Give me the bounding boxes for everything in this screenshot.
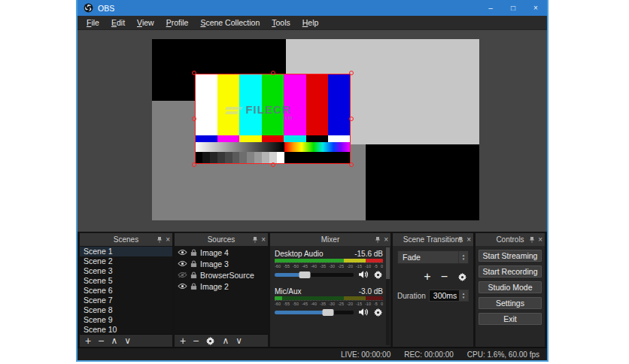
scene-list-item[interactable]: Scene 10 <box>80 325 172 334</box>
scene-list-item[interactable]: Scene 2 <box>80 256 172 266</box>
statusbar: LIVE: 00:00:00 REC: 00:00:00 CPU: 1.6%, … <box>77 347 547 360</box>
move-scene-down-button[interactable]: ∨ <box>124 336 131 345</box>
visibility-eye-icon[interactable] <box>178 283 187 290</box>
scrollbar-thumb[interactable] <box>386 247 390 279</box>
add-source-button[interactable]: + <box>180 336 186 345</box>
pin-icon[interactable] <box>375 237 381 243</box>
selected-source-color-bars[interactable]: FILECR .com <box>195 74 351 164</box>
remove-transition-button[interactable]: − <box>441 271 448 283</box>
transitions-dock: Scene Transitions × Fade ▴ ▾ + − <box>393 233 473 347</box>
combo-spinner[interactable]: ▴ ▾ <box>458 251 468 263</box>
watermark-text: FILECR <box>245 104 290 115</box>
menu-scene-collection[interactable]: Scene Collection <box>194 18 266 27</box>
transitions-dock-header[interactable]: Scene Transitions × <box>393 233 473 246</box>
pin-icon[interactable] <box>156 237 163 243</box>
move-source-up-button[interactable]: ∧ <box>222 336 229 345</box>
minimize-button[interactable]: – <box>479 0 502 16</box>
speaker-icon[interactable] <box>358 270 369 279</box>
resize-handle-bottom-right[interactable] <box>349 162 354 167</box>
source-name: Image 4 <box>200 248 229 257</box>
move-source-down-button[interactable]: ∨ <box>235 336 242 345</box>
resize-handle-top[interactable] <box>271 71 275 75</box>
titlebar[interactable]: OBS – □ × <box>77 0 547 16</box>
transition-properties-gear-icon[interactable] <box>457 272 467 282</box>
lock-icon[interactable] <box>190 249 197 256</box>
channel-settings-gear-icon[interactable] <box>373 270 383 280</box>
duration-label: Duration <box>397 292 426 300</box>
scene-list-item[interactable]: Scene 6 <box>80 286 172 296</box>
scene-item-black-bottom-right[interactable] <box>366 144 479 220</box>
start-recording-button[interactable]: Start Recording <box>479 265 542 278</box>
spin-down-icon[interactable]: ▾ <box>463 257 465 261</box>
scene-list-item[interactable]: Scene 3 <box>80 266 172 276</box>
source-list-item[interactable]: Image 2 <box>175 281 268 292</box>
add-transition-button[interactable]: + <box>424 271 430 283</box>
menu-profile[interactable]: Profile <box>160 18 195 27</box>
pin-icon[interactable] <box>252 237 258 243</box>
lock-icon[interactable] <box>190 271 197 279</box>
menu-tools[interactable]: Tools <box>266 18 296 27</box>
spin-down-icon[interactable]: ▾ <box>463 296 465 299</box>
start-streaming-button[interactable]: Start Streaming <box>479 250 542 262</box>
dock-close-icon[interactable]: × <box>384 237 388 243</box>
lock-icon[interactable] <box>190 283 197 290</box>
pin-icon[interactable] <box>529 237 535 243</box>
resize-handle-bottom[interactable] <box>271 162 275 167</box>
volume-slider[interactable] <box>275 311 354 314</box>
dock-close-icon[interactable]: × <box>166 237 170 243</box>
studio-mode-button[interactable]: Studio Mode <box>479 281 542 293</box>
sources-dock-header[interactable]: Sources × <box>175 233 268 246</box>
remove-scene-button[interactable]: − <box>98 336 104 345</box>
resize-handle-left[interactable] <box>192 117 196 121</box>
maximize-button[interactable]: □ <box>502 0 524 16</box>
visibility-eye-off-icon[interactable] <box>178 271 187 278</box>
scene-list-item[interactable]: Scene 5 <box>80 276 172 286</box>
transition-select[interactable]: Fade ▴ ▾ <box>397 250 469 264</box>
close-button[interactable]: × <box>524 0 547 16</box>
controls-dock-header[interactable]: Controls × <box>476 233 545 246</box>
add-scene-button[interactable]: + <box>85 336 91 345</box>
menu-file[interactable]: File <box>81 18 105 27</box>
settings-button[interactable]: Settings <box>479 297 542 309</box>
dock-close-icon[interactable]: × <box>261 237 266 243</box>
meter-tick-label: -15 <box>356 302 362 306</box>
volume-slider-handle[interactable] <box>323 309 334 316</box>
source-list-item[interactable]: Image 3 <box>175 258 268 269</box>
visibility-eye-icon[interactable] <box>178 249 187 256</box>
mixer-dock-header[interactable]: Mixer × <box>270 233 390 246</box>
dock-close-icon[interactable]: × <box>538 237 542 243</box>
duration-spinbox[interactable]: 300ms ▴ ▾ <box>429 290 469 302</box>
resize-handle-bottom-left[interactable] <box>192 162 196 167</box>
speaker-icon[interactable] <box>358 308 369 317</box>
volume-slider[interactable] <box>275 273 354 277</box>
scene-list-item[interactable]: Scene 8 <box>80 305 172 315</box>
remove-source-button[interactable]: − <box>193 336 199 345</box>
volume-slider-handle[interactable] <box>299 271 310 278</box>
menubar: File Edit View Profile Scene Collection … <box>77 16 547 30</box>
menu-edit[interactable]: Edit <box>105 18 131 27</box>
volume-meter <box>275 259 383 262</box>
mixer-scrollbar[interactable] <box>386 247 390 345</box>
lock-icon[interactable] <box>190 260 197 268</box>
meter-tick-label: -25 <box>338 264 344 268</box>
resize-handle-top-right[interactable] <box>349 71 354 75</box>
scenes-dock-header[interactable]: Scenes × <box>80 233 172 246</box>
scene-list-item[interactable]: Scene 1 <box>80 247 172 256</box>
channel-settings-gear-icon[interactable] <box>373 308 383 317</box>
dock-close-icon[interactable]: × <box>466 237 471 243</box>
source-list-item[interactable]: BrowserSource <box>175 269 268 281</box>
resize-handle-right[interactable] <box>349 117 354 121</box>
menu-help[interactable]: Help <box>296 18 325 27</box>
resize-handle-top-left[interactable] <box>192 71 196 75</box>
visibility-eye-icon[interactable] <box>178 260 187 267</box>
duration-spinner[interactable]: ▴ ▾ <box>459 290 468 301</box>
exit-button[interactable]: Exit <box>479 313 542 325</box>
pin-icon[interactable] <box>457 237 463 243</box>
source-properties-gear-icon[interactable] <box>205 336 215 346</box>
source-list-item[interactable]: Image 4 <box>175 247 268 258</box>
obs-logo-icon <box>84 3 93 13</box>
menu-view[interactable]: View <box>131 18 160 27</box>
scene-list-item[interactable]: Scene 9 <box>80 315 172 325</box>
move-scene-up-button[interactable]: ∧ <box>111 336 117 345</box>
scene-list-item[interactable]: Scene 7 <box>80 296 172 305</box>
